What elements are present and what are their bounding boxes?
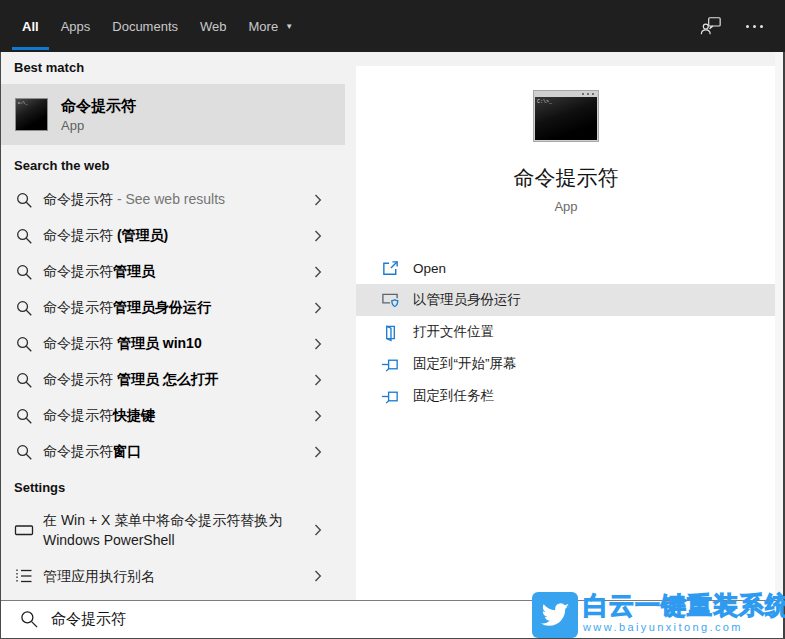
setting-label: 在 Win + X 菜单中将命令提示符替换为 Windows PowerShel… [43, 510, 305, 550]
web-suggestion-row[interactable]: 命令提示符 - See web results [1, 182, 345, 218]
run-as-admin-shield-icon [381, 291, 400, 310]
results-area: Best match 命令提示符 App Search the web 命令提示… [1, 52, 783, 600]
setting-label: 管理应用执行别名 [43, 566, 305, 586]
search-icon [16, 192, 33, 209]
chevron-right-icon [314, 446, 322, 459]
search-input[interactable] [51, 611, 351, 628]
search-icon [20, 610, 39, 629]
tab-documents-label: Documents [112, 19, 178, 34]
search-icon [16, 372, 33, 389]
file-location-icon [381, 323, 400, 342]
suggestion-text: 命令提示符 (管理员) [43, 227, 168, 245]
scrollbar-track [775, 52, 783, 600]
search-icon [16, 300, 33, 317]
section-header-settings: Settings [1, 480, 345, 496]
section-header-best-match: Best match [1, 60, 345, 76]
web-suggestion-row[interactable]: 命令提示符 管理员 win10 [1, 326, 345, 362]
chevron-right-icon [314, 266, 322, 279]
section-header-search-web: Search the web [1, 158, 345, 174]
results-list: Best match 命令提示符 App Search the web 命令提示… [1, 52, 345, 600]
cmd-app-icon [15, 98, 48, 131]
suggestion-text: 命令提示符管理员 [43, 263, 155, 281]
search-icon [16, 336, 33, 353]
tab-documents[interactable]: Documents [112, 0, 178, 52]
action-label: Open [413, 261, 446, 276]
chevron-right-icon [314, 338, 322, 351]
action-pin-to-taskbar[interactable]: 固定到任务栏 [356, 380, 776, 412]
action-label: 以管理员身份运行 [413, 291, 521, 309]
preview-app-subtitle: App [356, 199, 776, 214]
chevron-right-icon [314, 570, 322, 583]
open-external-icon [381, 259, 400, 278]
best-match-title: 命令提示符 [61, 96, 136, 115]
suggestion-text: 命令提示符管理员身份运行 [43, 299, 211, 317]
tab-web[interactable]: Web [200, 0, 227, 52]
suggestion-text: 命令提示符 管理员 怎么打开 [43, 371, 219, 389]
watermark: 白云一键重装系统 www.baiyunxitong.com [532, 592, 785, 638]
search-header: All Apps Documents Web More▼ [0, 0, 785, 52]
setting-replace-cmd-powershell[interactable]: 在 Win + X 菜单中将命令提示符替换为 Windows PowerShel… [1, 502, 345, 558]
action-pin-to-start[interactable]: 固定到“开始”屏幕 [356, 348, 776, 380]
action-label: 打开文件位置 [413, 323, 494, 341]
bird-logo-icon [532, 592, 578, 638]
app-actions: Open 以管理员身份运行 [356, 252, 776, 412]
setting-manage-app-aliases[interactable]: 管理应用执行别名 [1, 558, 345, 594]
tab-apps-label: Apps [61, 19, 91, 34]
chevron-down-icon: ▼ [285, 22, 293, 31]
suggestion-text: 命令提示符 管理员 win10 [43, 335, 202, 353]
best-match-subtitle: App [61, 118, 136, 133]
search-icon [16, 228, 33, 245]
chevron-right-icon [314, 230, 322, 243]
action-open[interactable]: Open [356, 252, 776, 284]
tab-apps[interactable]: Apps [61, 0, 91, 52]
tab-more[interactable]: More▼ [249, 0, 294, 52]
web-suggestions: 命令提示符 - See web results 命令提示符 (管理员) 命令提示… [1, 182, 345, 470]
preview-app-title: 命令提示符 [356, 164, 776, 192]
chevron-right-icon [314, 374, 322, 387]
list-icon [14, 566, 34, 586]
suggestion-text: 命令提示符快捷键 [43, 407, 155, 425]
web-suggestion-row[interactable]: 命令提示符窗口 [1, 434, 345, 470]
action-open-file-location[interactable]: 打开文件位置 [356, 316, 776, 348]
search-icon [16, 408, 33, 425]
settings-results: 在 Win + X 菜单中将命令提示符替换为 Windows PowerShel… [1, 502, 345, 594]
action-label: 固定到“开始”屏幕 [413, 355, 517, 373]
web-suggestion-row[interactable]: 命令提示符快捷键 [1, 398, 345, 434]
web-suggestion-row[interactable]: 命令提示符管理员 [1, 254, 345, 290]
watermark-title: 白云一键重装系统 [583, 592, 785, 619]
preview-panel: 命令提示符 App Open [356, 66, 776, 600]
chevron-right-icon [314, 410, 322, 423]
best-match-result[interactable]: 命令提示符 App [1, 84, 345, 145]
pin-icon [381, 387, 400, 406]
filter-tabs: All Apps Documents Web More▼ [0, 0, 293, 52]
action-label: 固定到任务栏 [413, 387, 494, 405]
search-icon [16, 444, 33, 461]
pin-icon [381, 355, 400, 374]
watermark-url: www.baiyunxitong.com [583, 621, 785, 633]
tab-web-label: Web [200, 19, 227, 34]
action-run-as-admin[interactable]: 以管理员身份运行 [356, 284, 776, 316]
web-suggestion-row[interactable]: 命令提示符 (管理员) [1, 218, 345, 254]
search-icon [16, 264, 33, 281]
suggestion-text: 命令提示符 - See web results [43, 191, 225, 209]
tab-more-label: More [249, 19, 279, 34]
web-suggestion-row[interactable]: 命令提示符 管理员 怎么打开 [1, 362, 345, 398]
window-icon [14, 520, 34, 540]
suggestion-text: 命令提示符窗口 [43, 443, 141, 461]
cmd-app-icon-large [533, 90, 599, 142]
tab-all[interactable]: All [22, 0, 39, 52]
chevron-right-icon [314, 302, 322, 315]
web-suggestion-row[interactable]: 命令提示符管理员身份运行 [1, 290, 345, 326]
search-flyout-window: All Apps Documents Web More▼ Best match [0, 0, 785, 639]
tab-all-label: All [22, 19, 39, 34]
feedback-icon[interactable] [700, 15, 722, 37]
chevron-right-icon [314, 524, 322, 537]
more-options-icon[interactable] [746, 25, 763, 28]
chevron-right-icon [314, 194, 322, 207]
